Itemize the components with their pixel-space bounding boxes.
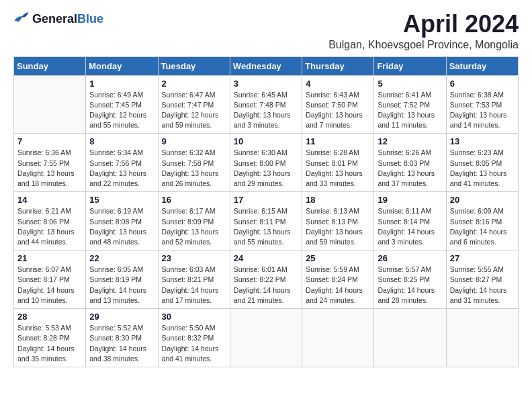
calendar-day: 15Sunrise: 6:19 AMSunset: 8:08 PMDayligh… bbox=[86, 192, 158, 250]
sunset-text: Sunset: 8:28 PM bbox=[17, 333, 82, 343]
sunrise-text: Sunrise: 6:32 AM bbox=[162, 148, 226, 158]
calendar-day bbox=[446, 309, 518, 367]
day-number: 24 bbox=[234, 253, 298, 263]
sunrise-text: Sunrise: 6:15 AM bbox=[234, 206, 298, 216]
sunset-text: Sunset: 8:27 PM bbox=[450, 275, 515, 285]
daylight-text: Daylight: 14 hours and 17 minutes. bbox=[162, 285, 226, 306]
sunset-text: Sunset: 7:52 PM bbox=[378, 100, 442, 110]
sunrise-text: Sunrise: 6:49 AM bbox=[89, 90, 154, 100]
day-info: Sunrise: 6:05 AMSunset: 8:19 PMDaylight:… bbox=[89, 265, 154, 306]
sunrise-text: Sunrise: 5:59 AM bbox=[306, 265, 370, 275]
sunrise-text: Sunrise: 6:30 AM bbox=[234, 148, 298, 158]
sunset-text: Sunset: 8:01 PM bbox=[306, 158, 370, 169]
daylight-text: Daylight: 14 hours and 3 minutes. bbox=[378, 227, 442, 247]
calendar-day: 11Sunrise: 6:28 AMSunset: 8:01 PMDayligh… bbox=[302, 134, 374, 192]
daylight-text: Daylight: 12 hours and 55 minutes. bbox=[89, 110, 154, 130]
calendar-day: 29Sunrise: 5:52 AMSunset: 8:30 PMDayligh… bbox=[86, 309, 158, 367]
day-info: Sunrise: 6:36 AMSunset: 7:55 PMDaylight:… bbox=[17, 148, 82, 189]
daylight-text: Daylight: 14 hours and 28 minutes. bbox=[378, 285, 442, 306]
sunrise-text: Sunrise: 6:38 AM bbox=[450, 90, 515, 100]
sunrise-text: Sunrise: 6:19 AM bbox=[89, 206, 154, 216]
day-info: Sunrise: 6:03 AMSunset: 8:21 PMDaylight:… bbox=[162, 265, 226, 306]
day-number: 25 bbox=[306, 253, 370, 263]
sunrise-text: Sunrise: 5:57 AM bbox=[378, 265, 442, 275]
title-section: April 2024 Bulgan, Khoevsgoel Province, … bbox=[328, 11, 519, 51]
day-info: Sunrise: 6:49 AMSunset: 7:45 PMDaylight:… bbox=[89, 90, 154, 131]
day-info: Sunrise: 6:47 AMSunset: 7:47 PMDaylight:… bbox=[162, 90, 226, 131]
calendar-day bbox=[374, 309, 446, 367]
day-number: 28 bbox=[17, 312, 82, 322]
sunrise-text: Sunrise: 6:07 AM bbox=[17, 265, 82, 275]
day-info: Sunrise: 6:38 AMSunset: 7:53 PMDaylight:… bbox=[450, 90, 515, 131]
day-info: Sunrise: 6:11 AMSunset: 8:14 PMDaylight:… bbox=[378, 206, 442, 247]
day-number: 10 bbox=[234, 136, 298, 146]
sunset-text: Sunset: 8:16 PM bbox=[450, 217, 515, 227]
calendar-day: 24Sunrise: 6:01 AMSunset: 8:22 PMDayligh… bbox=[230, 250, 302, 309]
calendar-day: 14Sunrise: 6:21 AMSunset: 8:06 PMDayligh… bbox=[14, 192, 86, 250]
sunset-text: Sunset: 7:55 PM bbox=[17, 158, 82, 169]
day-number: 3 bbox=[234, 79, 298, 89]
sunrise-text: Sunrise: 6:47 AM bbox=[162, 90, 226, 100]
day-number: 15 bbox=[89, 195, 154, 205]
daylight-text: Daylight: 13 hours and 48 minutes. bbox=[89, 227, 154, 247]
daylight-text: Daylight: 14 hours and 24 minutes. bbox=[306, 285, 370, 306]
sunset-text: Sunset: 8:08 PM bbox=[89, 217, 154, 227]
daylight-text: Daylight: 13 hours and 3 minutes. bbox=[234, 110, 298, 130]
sunset-text: Sunset: 8:17 PM bbox=[17, 275, 82, 285]
day-info: Sunrise: 6:07 AMSunset: 8:17 PMDaylight:… bbox=[17, 265, 82, 306]
sunrise-text: Sunrise: 6:41 AM bbox=[378, 90, 442, 100]
calendar-day: 22Sunrise: 6:05 AMSunset: 8:19 PMDayligh… bbox=[86, 250, 158, 309]
day-number: 29 bbox=[89, 312, 154, 322]
logo: GeneralBlue bbox=[13, 11, 103, 27]
day-info: Sunrise: 6:19 AMSunset: 8:08 PMDaylight:… bbox=[89, 206, 154, 247]
calendar-day: 17Sunrise: 6:15 AMSunset: 8:11 PMDayligh… bbox=[230, 192, 302, 250]
calendar-day: 16Sunrise: 6:17 AMSunset: 8:09 PMDayligh… bbox=[158, 192, 230, 250]
calendar-day: 2Sunrise: 6:47 AMSunset: 7:47 PMDaylight… bbox=[158, 75, 230, 134]
sunrise-text: Sunrise: 6:17 AM bbox=[162, 206, 226, 216]
calendar-day: 30Sunrise: 5:50 AMSunset: 8:32 PMDayligh… bbox=[158, 309, 230, 367]
calendar-day: 6Sunrise: 6:38 AMSunset: 7:53 PMDaylight… bbox=[446, 75, 518, 134]
day-number: 4 bbox=[306, 79, 370, 89]
day-number: 19 bbox=[378, 195, 442, 205]
sunset-text: Sunset: 8:00 PM bbox=[234, 158, 298, 169]
calendar-day bbox=[302, 309, 374, 367]
sunrise-text: Sunrise: 6:03 AM bbox=[162, 265, 226, 275]
daylight-text: Daylight: 14 hours and 13 minutes. bbox=[89, 285, 154, 306]
day-number: 5 bbox=[378, 79, 442, 89]
daylight-text: Daylight: 14 hours and 21 minutes. bbox=[234, 285, 298, 306]
daylight-text: Daylight: 14 hours and 41 minutes. bbox=[162, 344, 226, 364]
sunset-text: Sunset: 8:05 PM bbox=[450, 158, 515, 169]
daylight-text: Daylight: 13 hours and 33 minutes. bbox=[306, 169, 370, 189]
day-number: 17 bbox=[234, 195, 298, 205]
day-number: 11 bbox=[306, 136, 370, 146]
day-number: 2 bbox=[162, 79, 226, 89]
calendar-day: 18Sunrise: 6:13 AMSunset: 8:13 PMDayligh… bbox=[302, 192, 374, 250]
calendar-day: 20Sunrise: 6:09 AMSunset: 8:16 PMDayligh… bbox=[446, 192, 518, 250]
day-number: 6 bbox=[450, 79, 515, 89]
day-number: 7 bbox=[17, 136, 82, 146]
day-info: Sunrise: 6:41 AMSunset: 7:52 PMDaylight:… bbox=[378, 90, 442, 131]
daylight-text: Daylight: 14 hours and 38 minutes. bbox=[89, 344, 154, 364]
day-number: 13 bbox=[450, 136, 515, 146]
calendar-week-4: 21Sunrise: 6:07 AMSunset: 8:17 PMDayligh… bbox=[14, 250, 519, 309]
day-number: 22 bbox=[89, 253, 154, 263]
day-info: Sunrise: 6:32 AMSunset: 7:58 PMDaylight:… bbox=[162, 148, 226, 189]
day-number: 9 bbox=[162, 136, 226, 146]
daylight-text: Daylight: 13 hours and 26 minutes. bbox=[162, 169, 226, 189]
calendar-day: 3Sunrise: 6:45 AMSunset: 7:48 PMDaylight… bbox=[230, 75, 302, 134]
calendar-day: 25Sunrise: 5:59 AMSunset: 8:24 PMDayligh… bbox=[302, 250, 374, 309]
calendar-day: 27Sunrise: 5:55 AMSunset: 8:27 PMDayligh… bbox=[446, 250, 518, 309]
day-info: Sunrise: 6:43 AMSunset: 7:50 PMDaylight:… bbox=[306, 90, 370, 131]
daylight-text: Daylight: 13 hours and 55 minutes. bbox=[234, 227, 298, 247]
sunrise-text: Sunrise: 5:53 AM bbox=[17, 323, 82, 333]
daylight-text: Daylight: 12 hours and 59 minutes. bbox=[162, 110, 226, 130]
calendar-day: 19Sunrise: 6:11 AMSunset: 8:14 PMDayligh… bbox=[374, 192, 446, 250]
sunset-text: Sunset: 8:06 PM bbox=[17, 217, 82, 227]
header-friday: Friday bbox=[374, 56, 446, 75]
sunrise-text: Sunrise: 6:45 AM bbox=[234, 90, 298, 100]
sunset-text: Sunset: 8:25 PM bbox=[378, 275, 442, 285]
header-saturday: Saturday bbox=[446, 56, 518, 75]
sunrise-text: Sunrise: 6:21 AM bbox=[17, 206, 82, 216]
sunset-text: Sunset: 7:47 PM bbox=[162, 100, 226, 110]
sunrise-text: Sunrise: 6:26 AM bbox=[378, 148, 442, 158]
